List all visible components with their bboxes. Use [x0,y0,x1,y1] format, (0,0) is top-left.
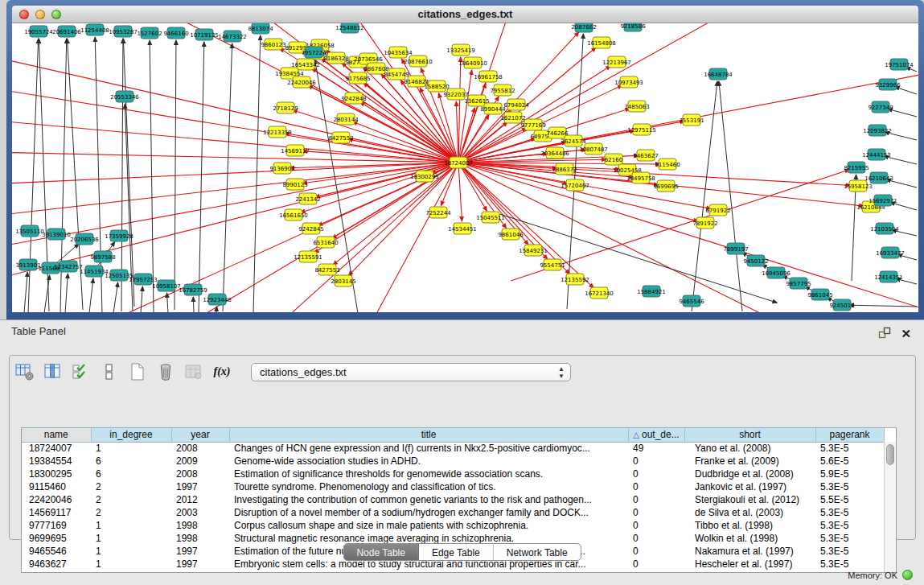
function-builder-icon[interactable]: f(x) [211,362,232,381]
table-cell: 9463627 [22,558,91,571]
column-header-out-de-[interactable]: △out_de... [628,428,684,442]
table-cell: Jankovic et al. (1997) [684,480,815,493]
graph-node-label: 16933477 [876,250,905,257]
table-type-tabs: Node TableEdge TableNetwork Table [343,543,581,561]
column-header-title[interactable]: title [229,428,628,442]
network-view[interactable]: 1872400718300295133254191864091016961758… [12,23,918,312]
table-cell: 19384554 [22,455,91,468]
table-cell: 0 [628,480,684,493]
table-cell: 1998 [171,519,229,532]
table-row[interactable]: 911546021997Tourette syndrome. Phenomeno… [22,480,884,493]
tab-network-table[interactable]: Network Table [494,544,581,560]
graph-node-label: 9115460 [655,162,680,168]
graph-node-label: 9242845 [298,226,323,233]
graph-node-label: 11254408 [80,27,109,34]
table-cell: 2 [91,493,171,506]
graph-node-label: 12213359 [263,130,292,136]
table-browser: f(x) citations_edges.txt ▲▼ namein_degre… [9,355,916,540]
graph-node-label: 16561650 [279,212,308,219]
graph-node-label: 12342757 [54,264,83,270]
graph-node-label: 12975115 [627,127,656,134]
table-row[interactable]: 1456911722003Disruption of a novel membe… [22,506,884,519]
select-columns-icon[interactable] [71,362,92,381]
table-row[interactable]: 2242004622012Investigating the contribut… [22,493,884,506]
table-cell: 1 [91,545,171,558]
table-row[interactable]: 1872400712008Changes of HCN gene express… [22,442,884,455]
graph-node-label: 7955812 [490,88,515,94]
graph-node-label: 13505110 [15,229,44,235]
column-header-label: short [739,429,761,440]
table-select-dropdown[interactable]: citations_edges.txt ▲▼ [251,363,571,381]
dropdown-arrows-icon: ▲▼ [558,365,565,380]
scrollbar-thumb[interactable] [886,444,894,465]
graph-node-label: 9136902 [269,166,294,172]
table-cell: 5.3E-5 [815,442,884,455]
table-row[interactable]: 1830029562008Estimation of significance … [22,468,884,480]
delete-table-icon[interactable] [155,362,176,381]
table-header-row: namein_degreeyeartitle△out_de...shortpag… [22,428,884,442]
graph-node-label: 39139010 [42,232,71,238]
graph-node-label: 9466160 [163,31,188,37]
column-header-in-degree[interactable]: in_degree [91,428,171,442]
tab-edge-table[interactable]: Edge Table [419,544,494,560]
table-cell: 2012 [171,493,229,506]
graph-node-label: 9227349 [868,105,893,111]
close-panel-icon[interactable]: ✕ [901,328,911,340]
table-cell: Corpus callosum shape and size in male p… [229,519,628,532]
show-column-icon[interactable] [43,362,64,381]
table-settings-icon[interactable] [14,362,35,381]
graph-node-label: 2718129 [273,105,298,112]
row-height-icon[interactable] [99,362,120,381]
graph-node-label: 9897588 [90,254,115,261]
table-cell: Investigating the contribution of common… [229,493,628,506]
memory-status: Memory: OK [848,570,913,580]
table-cell: 6 [91,455,171,468]
table-cell: Changes of HCN gene expression and I(f) … [229,442,628,455]
table-cell: 6 [91,468,171,480]
graph-node-label: 12135592 [561,277,589,283]
graph-node-label: 16210643 [864,175,893,182]
table-cell: 9699695 [22,532,91,545]
window-titlebar[interactable]: citations_edges.txt [12,6,918,23]
graph-node-label: 17957253 [129,277,158,283]
tab-node-table[interactable]: Node Table [343,544,419,560]
graph-node-label: 10807487 [579,146,608,153]
window-title: citations_edges.txt [12,8,918,20]
table-select-value: citations_edges.txt [260,366,347,378]
column-header-year[interactable]: year [171,428,229,442]
table-cell: 1997 [171,558,229,571]
table-cell: 0 [628,532,684,545]
graph-node-label: 18640910 [458,60,487,67]
column-header-short[interactable]: short [684,428,815,442]
table-cell: Hescheler et al. (1997) [684,558,815,571]
graph-node-label: 8990444 [480,106,506,113]
column-header-label: title [421,429,437,440]
graph-node-label: 9465546 [679,299,704,305]
float-panel-icon[interactable] [878,326,891,342]
graph-node-label: 10719135 [190,32,219,39]
table-cell: Yano et al. (2008) [684,442,815,455]
network-canvas[interactable]: 1872400718300295133254191864091016961758… [12,23,918,312]
table-cell: 1998 [171,532,229,545]
graph-node-label: 3624574 [561,138,586,145]
table-cell: 5.6E-5 [815,455,884,468]
table-vertical-scrollbar[interactable] [884,442,896,572]
graph-node-label: 12923448 [203,297,232,303]
graph-node-label: 19384554 [275,71,304,77]
import-table-disabled-icon[interactable] [183,362,204,381]
table-row[interactable]: 1938455462009Genome-wide association stu… [22,455,884,468]
table-cell: 5.5E-5 [815,493,884,506]
graph-node-label: 16543342 [291,62,320,68]
table-cell: 1 [91,532,171,545]
column-header-pagerank[interactable]: pagerank [815,428,884,442]
graph-node-label: 20691406 [52,29,81,35]
new-table-icon[interactable] [127,362,148,381]
network-window: citations_edges.txt 18724007183002951332… [6,0,924,319]
table-cell: Wolkin et al. (1998) [684,532,815,545]
table-cell: Stergiakouli et al. (2012) [684,493,815,506]
column-header-name[interactable]: name [22,428,91,442]
memory-ok-indicator[interactable] [902,570,913,580]
table-cell: 18300295 [22,468,91,480]
graph-node-label: 15849231 [519,248,548,254]
table-row[interactable]: 977716911998Corpus callosum shape and si… [22,519,884,532]
